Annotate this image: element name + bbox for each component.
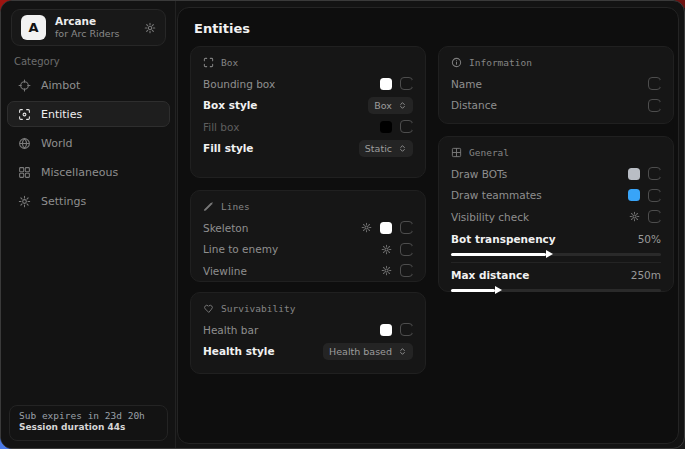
sidebar-item-aimbot[interactable]: Aimbot — [7, 72, 170, 98]
main-panel: Entities Box Bounding box B — [177, 7, 679, 444]
fill-box-color-swatch[interactable] — [380, 121, 392, 133]
fill-style-value: Static — [365, 143, 392, 154]
box-style-row: Box style Box — [203, 95, 413, 117]
category-label: Category — [14, 56, 60, 67]
fill-box-label: Fill box — [203, 121, 239, 133]
survivability-panel: Survivability Health bar Health style He… — [190, 292, 426, 374]
survivability-panel-header: Survivability — [203, 301, 413, 316]
visibility-check-checkbox[interactable] — [648, 210, 661, 223]
box-style-select[interactable]: Box — [368, 97, 413, 114]
gear-icon[interactable] — [381, 265, 392, 276]
box-panel-title: Box — [221, 57, 238, 68]
name-row: Name — [451, 73, 661, 95]
sidebar-item-label: Miscellaneous — [41, 166, 118, 179]
skeleton-row: Skeleton — [203, 217, 413, 239]
bounding-box-row: Bounding box — [203, 73, 413, 95]
max-distance-value: 250m — [631, 269, 661, 281]
chevrons-up-down-icon — [398, 101, 407, 110]
draw-bots-checkbox[interactable] — [648, 167, 661, 180]
bot-transparency-value: 50% — [638, 233, 661, 245]
health-style-select[interactable]: Health based — [323, 343, 413, 360]
name-checkbox[interactable] — [648, 77, 661, 90]
draw-teammates-row: Draw teammates — [451, 185, 661, 207]
sidebar-item-entities[interactable]: Entities — [7, 101, 170, 127]
sidebar-item-label: World — [41, 137, 73, 150]
gear-icon[interactable] — [629, 211, 640, 222]
bot-transparency-label: Bot transpenency — [451, 233, 556, 245]
sidebar-item-world[interactable]: World — [7, 130, 170, 156]
subscription-card: Sub expires in 23d 20h Session duration … — [9, 405, 168, 441]
draw-bots-row: Draw BOTs — [451, 163, 661, 185]
gear-icon[interactable] — [144, 22, 156, 34]
draw-teammates-checkbox[interactable] — [648, 189, 661, 202]
brand-text: Arcane for Arc Riders — [55, 15, 135, 40]
fill-style-row: Fill style Static — [203, 138, 413, 160]
page-title: Entities — [194, 21, 250, 36]
app-name: Arcane — [55, 15, 135, 28]
distance-row: Distance — [451, 95, 661, 117]
sidebar-item-label: Aimbot — [41, 79, 80, 92]
sidebar: A Arcane for Arc Riders Category Aimbot — [1, 1, 176, 448]
line-to-enemy-row: Line to enemy — [203, 239, 413, 261]
general-panel-header: General — [451, 145, 661, 160]
health-style-label: Health style — [203, 345, 275, 357]
line-to-enemy-checkbox[interactable] — [400, 243, 413, 256]
fill-box-checkbox[interactable] — [400, 120, 413, 133]
information-panel-title: Information — [469, 57, 532, 68]
fill-style-select[interactable]: Static — [359, 140, 413, 157]
sidebar-item-miscellaneous[interactable]: Miscellaneous — [7, 159, 170, 185]
distance-label: Distance — [451, 99, 497, 111]
app-logo: A — [21, 15, 46, 40]
bot-transparency-slider[interactable] — [451, 253, 661, 256]
information-panel-header: Information — [451, 55, 661, 70]
max-distance-label: Max distance — [451, 269, 529, 281]
slider-thumb[interactable] — [546, 250, 553, 258]
bounding-box-color-swatch[interactable] — [380, 78, 392, 90]
viewline-checkbox[interactable] — [400, 264, 413, 277]
bot-transparency-row: Bot transpenency 50% — [451, 230, 661, 249]
gear-icon[interactable] — [381, 244, 392, 255]
session-duration-text: Session duration 44s — [19, 422, 158, 432]
name-label: Name — [451, 78, 482, 90]
draw-teammates-label: Draw teammates — [451, 189, 542, 201]
draw-teammates-color-swatch[interactable] — [628, 189, 640, 201]
lines-panel: Lines Skeleton Line to enemy — [190, 190, 426, 282]
slider-fill — [451, 289, 495, 292]
fill-box-row: Fill box — [203, 116, 413, 138]
slider-thumb[interactable] — [495, 286, 502, 294]
gear-icon[interactable] — [361, 222, 372, 233]
viewline-label: Viewline — [203, 265, 247, 277]
health-bar-checkbox[interactable] — [400, 323, 413, 336]
box-style-label: Box style — [203, 99, 257, 111]
draw-bots-color-swatch[interactable] — [628, 168, 640, 180]
grid-table-icon — [451, 147, 462, 158]
health-bar-row: Health bar — [203, 319, 413, 341]
pencil-line-icon — [203, 201, 214, 212]
corner-brackets-icon — [203, 57, 214, 68]
line-to-enemy-label: Line to enemy — [203, 243, 278, 255]
chevrons-up-down-icon — [398, 347, 407, 356]
skeleton-checkbox[interactable] — [400, 221, 413, 234]
lines-panel-header: Lines — [203, 199, 413, 214]
health-style-row: Health style Health based — [203, 341, 413, 363]
max-distance-slider[interactable] — [451, 289, 661, 292]
box-panel-header: Box — [203, 55, 413, 70]
heart-icon — [203, 303, 214, 314]
health-bar-color-swatch[interactable] — [380, 324, 392, 336]
divider — [451, 262, 661, 263]
viewline-row: Viewline — [203, 260, 413, 282]
sidebar-item-label: Entities — [41, 108, 82, 121]
survivability-panel-title: Survivability — [221, 303, 295, 314]
sidebar-item-settings[interactable]: Settings — [7, 188, 170, 214]
skeleton-color-swatch[interactable] — [380, 222, 392, 234]
slider-fill — [451, 253, 546, 256]
bounding-box-checkbox[interactable] — [400, 77, 413, 90]
crosshair-icon — [18, 79, 31, 92]
gear-icon — [18, 195, 31, 208]
general-panel: General Draw BOTs Draw teammates — [438, 136, 674, 292]
health-bar-label: Health bar — [203, 324, 258, 336]
visibility-check-label: Visibility check — [451, 211, 529, 223]
app-subtitle: for Arc Riders — [55, 28, 135, 40]
sub-expiry-text: Sub expires in 23d 20h — [19, 410, 158, 421]
distance-checkbox[interactable] — [648, 99, 661, 112]
